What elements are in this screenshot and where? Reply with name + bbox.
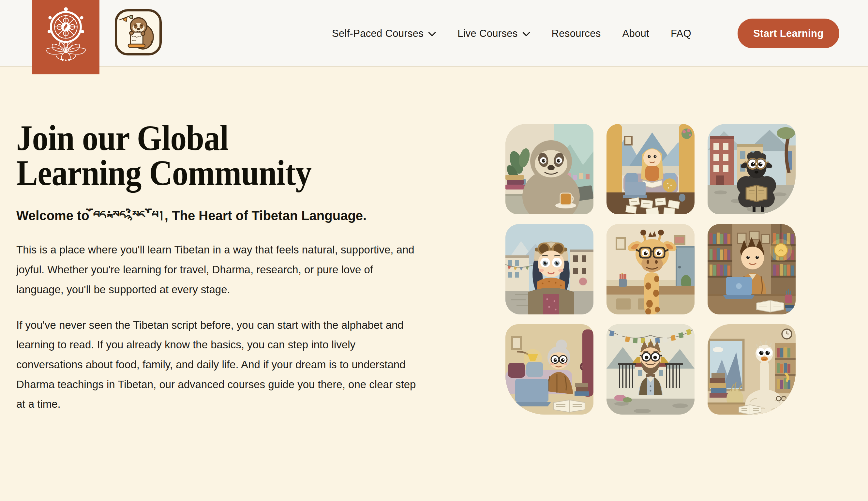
- brand-logo-block[interactable]: [32, 0, 99, 74]
- welcome-subheading: Welcome to བོད་སྐད་སྙིང་པོ།, The Heart o…: [16, 209, 440, 223]
- girl-with-goggles-illustration: [506, 224, 594, 315]
- page-title: Join our Global Learning Community: [16, 121, 311, 190]
- black-sheep-illustration: [708, 124, 796, 214]
- chevron-down-icon: [522, 32, 530, 36]
- grandmother-illustration: [506, 324, 594, 415]
- man-at-monastery-illustration: [607, 324, 695, 415]
- boy-at-laptop-illustration: [708, 224, 796, 315]
- giraffe-illustration: [607, 224, 695, 315]
- tile-man-at-monastery: [607, 324, 695, 415]
- tile-ostrich: [708, 324, 796, 415]
- nav-label: About: [622, 28, 649, 40]
- sloth-scroll-icon: [117, 12, 159, 53]
- dharma-wheel-lotus-icon: [38, 5, 94, 69]
- nav-item-faq[interactable]: FAQ: [671, 28, 691, 40]
- tile-black-sheep: [708, 124, 796, 214]
- nav-item-about[interactable]: About: [622, 28, 649, 40]
- hero-copy: Join our Global Learning Community Welco…: [16, 121, 440, 414]
- tile-grandmother: [506, 324, 594, 415]
- page-title-line2: Learning Community: [16, 156, 311, 191]
- ostrich-illustration: [708, 324, 796, 415]
- community-image-grid: [506, 124, 796, 415]
- nav-label: Live Courses: [457, 28, 518, 40]
- nav-label: Resources: [552, 28, 601, 40]
- girl-studying-illustration: [607, 124, 695, 214]
- tile-sloth-with-tea: [506, 124, 594, 214]
- nav-item-live-courses[interactable]: Live Courses: [457, 28, 530, 40]
- main-nav: Self-Paced Courses Live Courses Resource…: [332, 0, 691, 67]
- tile-giraffe: [607, 224, 695, 315]
- tile-girl-with-goggles: [506, 224, 594, 315]
- nav-item-self-paced-courses[interactable]: Self-Paced Courses: [332, 28, 436, 40]
- sloth-badge-logo[interactable]: [115, 9, 162, 55]
- chevron-down-icon: [428, 32, 436, 36]
- tile-girl-studying: [607, 124, 695, 214]
- site-header: Self-Paced Courses Live Courses Resource…: [0, 0, 868, 67]
- nav-label: FAQ: [671, 28, 691, 40]
- intro-paragraph-1: This is a place where you'll learn Tibet…: [16, 240, 422, 299]
- nav-label: Self-Paced Courses: [332, 28, 424, 40]
- start-learning-button[interactable]: Start Learning: [738, 19, 839, 48]
- nav-item-resources[interactable]: Resources: [552, 28, 601, 40]
- sloth-with-tea-illustration: [506, 124, 594, 214]
- intro-paragraph-2: If you've never seen the Tibetan script …: [16, 316, 422, 415]
- tile-boy-at-laptop: [708, 224, 796, 315]
- page-title-line1: Join our Global: [16, 121, 311, 156]
